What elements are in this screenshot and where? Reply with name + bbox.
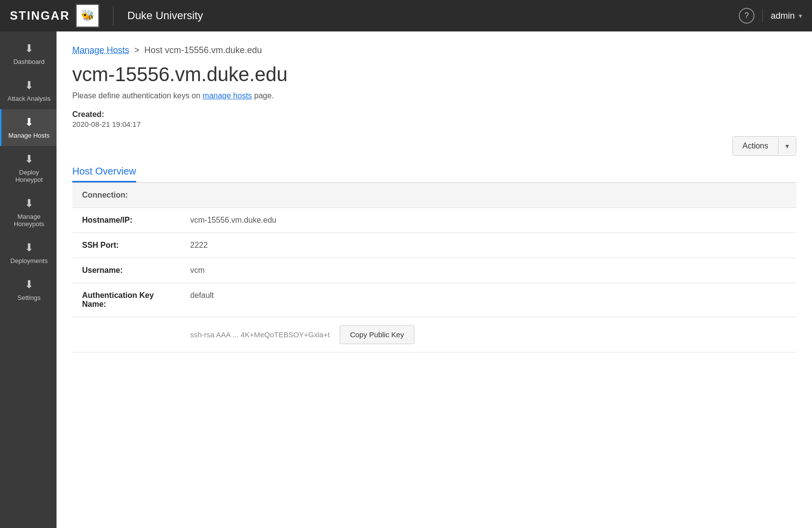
public-key-cell: ssh-rsa AAA ... 4K+MeQoTEBSOY+Gxla+t Cop… — [180, 317, 796, 352]
hostname-value: vcm-15556.vm.duke.edu — [180, 208, 796, 233]
hostname-label: Hostname/IP: — [72, 208, 180, 233]
public-key-row: ssh-rsa AAA ... 4K+MeQoTEBSOY+Gxla+t Cop… — [72, 317, 796, 352]
user-dropdown-icon: ▾ — [799, 12, 802, 20]
breadcrumb-separator: > — [134, 45, 140, 56]
sidebar-label-deploy-honeypot: Deploy Honeypot — [5, 169, 53, 183]
actions-row: Actions ▾ — [72, 136, 796, 156]
ssh-port-label: SSH Port: — [72, 233, 180, 258]
tab-underline: Host Overview — [72, 166, 796, 183]
subtitle-before: Please define authentication keys on — [72, 91, 203, 100]
created-label: Created: — [72, 110, 796, 119]
sidebar-item-deployments[interactable]: ⬇ Deployments — [0, 235, 57, 271]
org-name: Duke University — [127, 9, 203, 22]
actions-label: Actions — [733, 137, 778, 155]
logo-icon: 🐝 — [81, 9, 94, 22]
settings-icon: ⬇ — [25, 278, 33, 291]
breadcrumb: Manage Hosts > Host vcm-15556.vm.duke.ed… — [72, 45, 796, 56]
ssh-port-row: SSH Port: 2222 — [72, 233, 796, 258]
breadcrumb-manage-hosts-link[interactable]: Manage Hosts — [72, 45, 129, 56]
top-navigation: STINGAR 🐝 Duke University ? admin ▾ — [0, 0, 812, 31]
help-icon: ? — [745, 11, 749, 20]
sidebar: ⬇ Dashboard ⬇ Attack Analysis ⬇ Manage H… — [0, 31, 57, 528]
help-button[interactable]: ? — [739, 8, 754, 24]
deploy-honeypot-icon: ⬇ — [25, 153, 33, 166]
manage-hosts-link[interactable]: manage hosts — [203, 91, 252, 100]
attack-analysis-icon: ⬇ — [25, 79, 33, 92]
copy-public-key-button[interactable]: Copy Public Key — [340, 325, 414, 344]
sidebar-item-settings[interactable]: ⬇ Settings — [0, 271, 57, 308]
page-title: vcm-15556.vm.duke.edu — [72, 63, 796, 86]
ssh-port-value: 2222 — [180, 233, 796, 258]
key-row: ssh-rsa AAA ... 4K+MeQoTEBSOY+Gxla+t Cop… — [190, 325, 786, 344]
breadcrumb-current: Host vcm-15556.vm.duke.edu — [145, 45, 262, 56]
sidebar-label-manage-hosts: Manage Hosts — [8, 132, 50, 139]
main-layout: ⬇ Dashboard ⬇ Attack Analysis ⬇ Manage H… — [0, 31, 812, 528]
sidebar-label-dashboard: Dashboard — [13, 58, 45, 65]
actions-dropdown-icon: ▾ — [778, 137, 796, 155]
host-overview-tab-container: Host Overview Connection: Hostname/IP: v… — [72, 166, 796, 352]
auth-key-row: Authentication Key Name: default — [72, 283, 796, 317]
overview-table: Connection: Hostname/IP: vcm-15556.vm.du… — [72, 183, 796, 352]
sidebar-label-manage-honeypots: Manage Honeypots — [5, 213, 53, 228]
key-text: ssh-rsa AAA ... 4K+MeQoTEBSOY+Gxla+t — [190, 330, 330, 339]
username-value: vcm — [180, 258, 796, 283]
connection-header-row: Connection: — [72, 183, 796, 208]
brand-section: STINGAR 🐝 Duke University — [10, 4, 203, 28]
user-menu[interactable]: admin ▾ — [771, 11, 802, 21]
manage-hosts-icon: ⬇ — [25, 116, 33, 129]
user-separator — [762, 9, 763, 23]
connection-header: Connection: — [72, 183, 796, 208]
username-row: Username: vcm — [72, 258, 796, 283]
hostname-row: Hostname/IP: vcm-15556.vm.duke.edu — [72, 208, 796, 233]
sidebar-item-attack-analysis[interactable]: ⬇ Attack Analysis — [0, 72, 57, 109]
host-overview-tab[interactable]: Host Overview — [72, 166, 136, 182]
manage-honeypots-icon: ⬇ — [25, 197, 33, 210]
sidebar-label-settings: Settings — [18, 294, 41, 301]
sidebar-item-deploy-honeypot[interactable]: ⬇ Deploy Honeypot — [0, 146, 57, 190]
nav-right: ? admin ▾ — [739, 8, 802, 24]
created-value: 2020-08-21 19:04:17 — [72, 120, 796, 128]
auth-key-value: default — [180, 283, 796, 317]
sidebar-item-manage-honeypots[interactable]: ⬇ Manage Honeypots — [0, 190, 57, 235]
username-label: Username: — [72, 258, 180, 283]
auth-key-label: Authentication Key Name: — [72, 283, 180, 317]
content-area: Manage Hosts > Host vcm-15556.vm.duke.ed… — [57, 31, 812, 528]
sidebar-label-deployments: Deployments — [10, 257, 48, 264]
brand-logo: 🐝 — [76, 4, 99, 28]
username-label: admin — [771, 11, 795, 21]
page-subtitle: Please define authentication keys on man… — [72, 91, 796, 100]
dashboard-icon: ⬇ — [25, 42, 33, 55]
brand-separator — [113, 6, 114, 26]
subtitle-after: page. — [252, 91, 274, 100]
sidebar-item-manage-hosts[interactable]: ⬇ Manage Hosts — [0, 109, 57, 146]
created-section: Created: 2020-08-21 19:04:17 — [72, 110, 796, 128]
deployments-icon: ⬇ — [25, 241, 33, 254]
brand-name: STINGAR — [10, 9, 70, 23]
actions-button[interactable]: Actions ▾ — [732, 136, 796, 156]
sidebar-item-dashboard[interactable]: ⬇ Dashboard — [0, 35, 57, 72]
public-key-cell-empty — [72, 317, 180, 352]
sidebar-label-attack-analysis: Attack Analysis — [7, 95, 50, 102]
